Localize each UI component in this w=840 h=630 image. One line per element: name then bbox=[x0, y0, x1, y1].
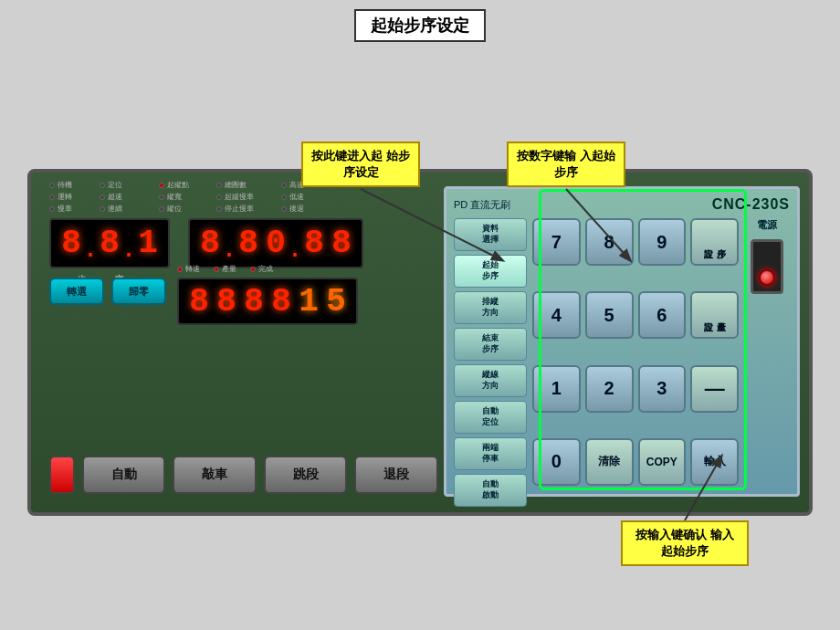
led-qizong bbox=[159, 183, 164, 188]
func-btn-two-end[interactable]: 兩端停車 bbox=[454, 437, 527, 470]
num-btn-8[interactable]: 8 bbox=[585, 218, 634, 266]
num-btn-3[interactable]: 3 bbox=[638, 365, 687, 413]
led-tingmanche bbox=[216, 206, 222, 212]
led-zongkuan bbox=[159, 194, 164, 200]
led-chaoshu bbox=[100, 194, 105, 200]
power-light bbox=[759, 269, 775, 286]
num-btn-enter[interactable]: 輸入 bbox=[690, 438, 739, 486]
status-dishu: 低速 bbox=[281, 192, 304, 202]
led-yunzhuan bbox=[49, 194, 55, 200]
led-zongwei bbox=[159, 206, 164, 212]
display-bottom: 8 8 8 8 1 5 bbox=[177, 278, 358, 325]
main-panel: 待機 運轉 慢車 定位 超速 連續 bbox=[27, 169, 813, 516]
led-dingwei bbox=[100, 183, 105, 188]
btn-tuisuan[interactable]: 退段 bbox=[354, 456, 437, 494]
status-zongkuan: 縱寬 bbox=[159, 192, 189, 202]
func-btn-data-select[interactable]: 資料選擇 bbox=[454, 218, 527, 251]
status-houtui: 後退 bbox=[281, 204, 304, 214]
func-buttons: 資料選擇 起始步序 排縱方向 結束步序 縱線方向 自動定位 兩端停車 自動啟動 bbox=[454, 218, 527, 507]
status-group-3: 起縱點 縱寬 縱位 bbox=[159, 180, 189, 214]
status-daiji: 待機 bbox=[49, 180, 72, 190]
title-area: 起始步序设定 bbox=[354, 9, 486, 42]
btn-red-indicator bbox=[49, 456, 75, 494]
lower-status-row: 轉速 產量 完成 bbox=[177, 264, 273, 274]
status-group-4: 總圈數 起緩慢車 停止慢車 bbox=[216, 180, 254, 214]
status-group-2: 定位 超速 連續 bbox=[100, 180, 122, 214]
btn-zidong[interactable]: 自動 bbox=[82, 456, 165, 494]
power-area: 電源 bbox=[744, 218, 790, 507]
num-btn-1[interactable]: 1 bbox=[532, 365, 581, 413]
power-switch[interactable] bbox=[751, 239, 783, 294]
status-chanliang: 產量 bbox=[214, 264, 236, 274]
status-lianshu: 連續 bbox=[100, 204, 122, 214]
num-btn-4[interactable]: 4 bbox=[532, 291, 581, 339]
num-btn-qty-set[interactable]: 產量設定 bbox=[690, 291, 739, 339]
led-zongquanshu bbox=[216, 183, 222, 188]
status-yunzhuan: 運轉 bbox=[49, 192, 72, 202]
cnc-subtitle: PD 直流无刷 bbox=[454, 198, 510, 212]
num-btn-clear[interactable]: 清除 bbox=[585, 438, 634, 486]
power-label: 電源 bbox=[757, 218, 777, 232]
num-btn-copy[interactable]: COPY bbox=[638, 438, 687, 486]
status-manche: 慢車 bbox=[49, 204, 72, 214]
annotation-input-step: 按数字键输 入起始步序 bbox=[507, 142, 625, 187]
annotation-start-step: 按此键进入起 始步序设定 bbox=[301, 142, 420, 187]
led-gaoshu bbox=[281, 183, 287, 188]
func-btn-start-step[interactable]: 起始步序 bbox=[454, 255, 527, 288]
func-btn-row-dir[interactable]: 排縱方向 bbox=[454, 291, 527, 324]
status-dingwei: 定位 bbox=[100, 180, 122, 190]
func-btn-line-dir[interactable]: 縱線方向 bbox=[454, 364, 527, 397]
small-control-buttons: 轉選 歸零 bbox=[49, 278, 166, 305]
status-wancheng: 完成 bbox=[250, 264, 273, 274]
num-btn-5[interactable]: 5 bbox=[585, 291, 634, 339]
status-qimanche: 起緩慢車 bbox=[216, 192, 254, 202]
cnc-body: 資料選擇 起始步序 排縱方向 結束步序 縱線方向 自動定位 兩端停車 自動啟動 … bbox=[454, 218, 790, 507]
btn-tingche[interactable]: 敲車 bbox=[173, 456, 256, 494]
led-qimanche bbox=[216, 194, 222, 200]
func-btn-auto-start[interactable]: 自動啟動 bbox=[454, 474, 527, 507]
num-btn-7[interactable]: 7 bbox=[532, 218, 581, 266]
num-btn-6[interactable]: 6 bbox=[638, 291, 687, 339]
led-manche bbox=[49, 206, 55, 212]
num-btn-minus[interactable]: — bbox=[690, 365, 739, 413]
func-btn-auto-pos[interactable]: 自動定位 bbox=[454, 401, 527, 434]
annotation-confirm-step: 按输入键确认 输入起始步序 bbox=[621, 520, 749, 566]
display-large: 8 . 8 0 . 8 8 bbox=[188, 218, 363, 268]
numpad: 7 8 9 步序設定 4 5 6 產量設定 1 2 3 — 0 清除 COPY … bbox=[532, 218, 739, 507]
num-btn-step-set[interactable]: 步序設定 bbox=[690, 218, 739, 266]
led-lianshu bbox=[100, 206, 105, 212]
status-qizong: 起縱點 bbox=[159, 180, 189, 190]
cnc-brand: CNC-230S bbox=[712, 196, 790, 213]
led-houtui bbox=[281, 206, 287, 212]
num-btn-2[interactable]: 2 bbox=[585, 365, 634, 413]
num-btn-9[interactable]: 9 bbox=[638, 218, 687, 266]
status-zongquanshu: 總圈數 bbox=[216, 180, 254, 190]
cnc-panel: PD 直流无刷 CNC-230S 資料選擇 起始步序 排縱方向 結束步序 縱線方… bbox=[444, 186, 800, 497]
btn-guilin[interactable]: 歸零 bbox=[111, 278, 166, 305]
num-btn-0[interactable]: 0 bbox=[532, 438, 581, 486]
btn-zhuanxuan[interactable]: 轉選 bbox=[49, 278, 104, 305]
btn-tiaoduan[interactable]: 跳段 bbox=[264, 456, 347, 494]
led-daiji bbox=[49, 183, 55, 188]
status-group-1: 待機 運轉 慢車 bbox=[49, 180, 72, 214]
status-chaoshu: 超速 bbox=[100, 192, 122, 202]
led-dishu bbox=[281, 194, 287, 200]
status-tingmanche: 停止慢車 bbox=[216, 204, 254, 214]
page-title: 起始步序设定 bbox=[354, 9, 486, 42]
func-btn-end-step[interactable]: 結束步序 bbox=[454, 328, 527, 361]
status-zhuansu: 轉速 bbox=[177, 264, 200, 274]
status-zongwei: 縱位 bbox=[159, 204, 189, 214]
display-small: 8 . 8 . 1 bbox=[49, 218, 170, 268]
